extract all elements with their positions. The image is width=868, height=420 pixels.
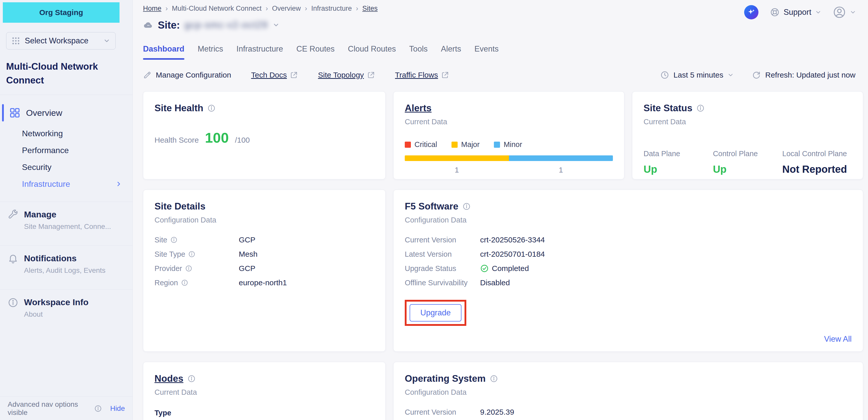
site-label: Site: bbox=[158, 20, 180, 31]
info-icon bbox=[8, 297, 19, 308]
site-name-redacted[interactable]: gcp-smc-v2-oct29 bbox=[185, 20, 268, 30]
info-icon[interactable] bbox=[187, 375, 196, 383]
chevron-down-icon bbox=[727, 72, 734, 78]
info-icon[interactable] bbox=[170, 236, 178, 244]
active-tab-underline bbox=[143, 58, 184, 60]
control-plane-value: Up bbox=[713, 164, 782, 175]
card-title: F5 Software bbox=[405, 201, 458, 212]
refresh-icon bbox=[752, 70, 761, 79]
ai-assistant-icon[interactable] bbox=[744, 5, 758, 20]
legend-major: Major bbox=[452, 140, 480, 149]
app-root: Org Staging Select Workspace Multi-Cloud… bbox=[0, 0, 868, 420]
info-icon[interactable] bbox=[181, 279, 188, 286]
major-bar-segment[interactable] bbox=[405, 155, 509, 161]
chevron-down-icon bbox=[815, 9, 822, 15]
tab-infrastructure[interactable]: Infrastructure bbox=[237, 44, 283, 60]
alerts-legend: Critical Major Minor bbox=[405, 140, 613, 149]
manage-configuration-button[interactable]: Manage Configuration bbox=[143, 71, 231, 79]
sidebar-item-overview[interactable]: Overview bbox=[0, 100, 132, 125]
check-circle-icon bbox=[480, 264, 489, 273]
row-site-type: Site Type Mesh bbox=[155, 250, 374, 258]
sidebar-item-workspace-info[interactable]: Workspace Info About bbox=[0, 290, 132, 326]
info-icon[interactable] bbox=[207, 104, 216, 112]
alerts-title-link[interactable]: Alerts bbox=[405, 103, 432, 114]
card-title: Operating System bbox=[405, 373, 486, 384]
tab-metrics[interactable]: Metrics bbox=[198, 44, 223, 60]
avatar-icon bbox=[833, 6, 846, 19]
hide-nav-button[interactable]: Hide bbox=[110, 405, 125, 413]
info-icon[interactable] bbox=[185, 265, 192, 272]
tab-dashboard[interactable]: Dashboard bbox=[143, 44, 184, 60]
tab-tools[interactable]: Tools bbox=[409, 44, 428, 60]
card-nodes: Nodes Current Data Type Control Node Wor… bbox=[143, 362, 385, 420]
breadcrumb-separator: › bbox=[165, 5, 168, 12]
sidebar-item-performance[interactable]: Performance bbox=[0, 142, 132, 159]
active-indicator bbox=[2, 104, 4, 122]
tab-alerts[interactable]: Alerts bbox=[441, 44, 461, 60]
major-count: 1 bbox=[405, 166, 509, 174]
sidebar-item-infrastructure[interactable]: Infrastructure bbox=[0, 175, 132, 192]
tab-ce-routes[interactable]: CE Routes bbox=[296, 44, 335, 60]
card-title: Site Status bbox=[644, 103, 692, 114]
info-icon[interactable] bbox=[188, 251, 195, 258]
row-os-current-version: Current Version 9.2025.39 bbox=[405, 408, 851, 416]
health-score-denominator: /100 bbox=[235, 136, 250, 144]
info-icon[interactable] bbox=[463, 202, 471, 211]
upgrade-button[interactable]: Upgrade bbox=[410, 304, 461, 322]
chevron-right-icon bbox=[115, 181, 122, 188]
sidebar-item-security[interactable]: Security bbox=[0, 159, 132, 175]
site-topology-link[interactable]: Site Topology bbox=[318, 71, 375, 79]
workspace-selector-label: Select Workspace bbox=[25, 36, 88, 45]
sidebar-item-label: Networking bbox=[22, 129, 63, 138]
sidebar-item-manage[interactable]: Manage Site Management, Conne... bbox=[0, 202, 132, 238]
card-subtitle: Current Data bbox=[644, 118, 851, 126]
tab-events[interactable]: Events bbox=[474, 44, 499, 60]
tab-cloud-routes[interactable]: Cloud Routes bbox=[348, 44, 396, 60]
org-badge[interactable]: Org Staging bbox=[3, 2, 120, 23]
red-annotation-box: Upgrade bbox=[405, 300, 466, 326]
breadcrumb-home[interactable]: Home bbox=[143, 5, 161, 12]
chevron-down-icon bbox=[849, 9, 856, 15]
row-offline-survivability: Offline Survivability Disabled bbox=[405, 279, 851, 287]
breadcrumb-infrastructure[interactable]: Infrastructure bbox=[311, 5, 352, 12]
traffic-flows-link[interactable]: Traffic Flows bbox=[395, 71, 449, 79]
card-title: Site Details bbox=[155, 201, 205, 212]
info-icon[interactable] bbox=[490, 375, 498, 383]
chevron-down-icon[interactable] bbox=[273, 22, 280, 29]
dashboard-grid: Site Health Health Score 100 /100 Alerts… bbox=[143, 91, 863, 420]
sidebar: Org Staging Select Workspace Multi-Cloud… bbox=[0, 0, 133, 420]
alerts-stacked-bar[interactable] bbox=[405, 155, 613, 161]
breadcrumb-sites[interactable]: Sites bbox=[362, 5, 378, 12]
section-sublabel: About bbox=[24, 310, 89, 318]
product-title: Multi-Cloud Network Connect bbox=[6, 60, 122, 87]
nodes-title-link[interactable]: Nodes bbox=[155, 373, 183, 384]
sidebar-item-networking[interactable]: Networking bbox=[0, 125, 132, 142]
refresh-button[interactable]: Refresh: Updated just now bbox=[752, 70, 856, 79]
breadcrumb-mcn[interactable]: Multi-Cloud Network Connect bbox=[172, 5, 261, 12]
sidebar-item-notifications[interactable]: Notifications Alerts, Audit Logs, Events bbox=[0, 246, 132, 282]
breadcrumb-overview[interactable]: Overview bbox=[272, 5, 301, 12]
alerts-segment-values: 1 1 bbox=[405, 166, 613, 174]
life-ring-icon bbox=[770, 7, 780, 18]
card-subtitle: Configuration Data bbox=[405, 388, 851, 396]
info-icon[interactable] bbox=[696, 104, 705, 112]
card-title: Site Health bbox=[155, 103, 203, 114]
sidebar-nav: Overview Networking Performance Security… bbox=[0, 100, 132, 192]
time-range-select[interactable]: Last 5 minutes bbox=[660, 70, 734, 79]
tech-docs-link[interactable]: Tech Docs bbox=[251, 71, 298, 79]
workspace-selector[interactable]: Select Workspace bbox=[6, 32, 116, 50]
sparkle-icon bbox=[747, 8, 756, 17]
site-details-rows: Site GCP Site Type Mesh Provider GCP bbox=[155, 235, 374, 287]
card-site-details: Site Details Configuration Data Site GCP… bbox=[143, 190, 385, 352]
sidebar-footer: Advanced nav options visible Hide bbox=[0, 396, 132, 420]
chevron-down-icon bbox=[103, 37, 110, 44]
external-link-icon bbox=[290, 71, 298, 79]
view-all-link[interactable]: View All bbox=[824, 334, 851, 344]
support-menu[interactable]: Support bbox=[770, 7, 822, 18]
minor-bar-segment[interactable] bbox=[509, 155, 613, 161]
breadcrumb-separator: › bbox=[266, 5, 268, 12]
card-subtitle: Configuration Data bbox=[405, 216, 851, 224]
card-site-status: Site Status Current Data Data Plane Up C… bbox=[632, 91, 863, 180]
external-link-icon bbox=[441, 71, 449, 79]
account-menu[interactable] bbox=[833, 6, 856, 19]
